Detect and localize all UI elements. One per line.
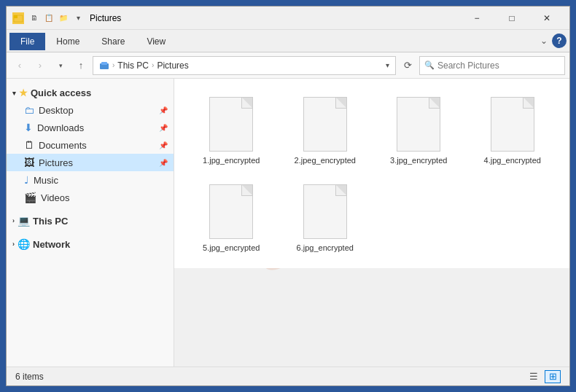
path-dropdown[interactable]: ▾ [386,61,389,69]
path-pictures[interactable]: Pictures [157,60,188,71]
star-icon: ★ [19,87,28,98]
doc-shape-f6 [303,184,347,239]
qs-btn-2[interactable]: 📋 [43,12,55,24]
filespace-wrapper: JSRLON 1.jpg_encrypted 2.jpeg_encrypted … [174,79,569,366]
this-pc-icon [99,60,109,71]
svg-rect-1 [14,15,17,18]
videos-icon: 🎬 [24,192,36,203]
file-label-f3: 3.jpg_encrypted [390,156,447,165]
tab-home[interactable]: Home [45,33,90,50]
sidebar-section-quick-access: ▾ ★ Quick access 🗀 Desktop 📌 ⬇ Downloads… [7,82,174,209]
back-button[interactable]: ‹ [11,57,28,74]
address-path[interactable]: › This PC › Pictures ▾ [93,56,396,75]
large-icon-view-button[interactable]: ⊞ [545,370,561,383]
file-icon-f4 [486,95,539,153]
network-label: Network [33,239,70,250]
qs-dropdown[interactable]: ▾ [72,12,84,24]
expand-icon: ▾ [12,90,16,97]
ribbon-collapse[interactable]: ⌄ [540,36,548,46]
network-icon: 🌐 [17,238,30,250]
sidebar-header-this-pc[interactable]: › 💻 This PC [7,212,174,230]
desktop-folder-icon: 🗀 [24,104,34,116]
downloads-folder-icon: ⬇ [24,122,33,133]
file-label-f5: 5.jpg_encrypted [203,243,260,252]
svg-rect-3 [101,62,107,65]
maximize-button[interactable]: □ [495,7,529,30]
desktop-label: Desktop [39,105,74,116]
files-grid: 1.jpg_encrypted 2.jpeg_encrypted 3.jpg_e… [182,86,562,261]
file-item-f5[interactable]: 5.jpg_encrypted [187,179,276,255]
ribbon-right: ⌄ ? [540,34,567,48]
sidebar-section-this-pc: › 💻 This PC [7,209,174,232]
documents-label: Documents [39,140,87,151]
ribbon: File Home Share View ⌄ ? [7,30,569,52]
path-this-pc[interactable]: This PC [117,60,149,71]
window-title: Pictures [90,13,460,23]
file-item-f2[interactable]: 2.jpeg_encrypted [281,92,370,168]
window-icon [12,12,24,24]
tab-view[interactable]: View [136,33,176,50]
file-item-f6[interactable]: 6.jpg_encrypted [281,179,370,255]
path-sep-1: › [112,61,114,69]
sidebar-header-network[interactable]: › 🌐 Network [7,235,174,253]
file-icon-f5 [205,182,257,240]
pin-icon-downloads: 📌 [159,124,168,132]
pin-icon-documents: 📌 [159,141,168,149]
expand-icon-network: › [12,240,15,248]
sidebar-item-desktop[interactable]: 🗀 Desktop 📌 [7,101,174,119]
minimize-button[interactable]: − [460,7,494,30]
sidebar-item-videos[interactable]: 🎬 Videos [7,189,174,206]
up-button[interactable]: ↑ [72,57,90,74]
pin-icon-desktop: 📌 [159,106,168,114]
pictures-folder-icon: 🖼 [24,157,34,168]
qs-btn-1[interactable]: 🗎 [28,12,40,24]
recent-button[interactable]: ▾ [52,57,69,74]
pc-icon: 💻 [17,215,30,227]
count-number: 6 [15,372,20,382]
downloads-label: Downloads [37,122,84,133]
file-item-f4[interactable]: 4.jpg_encrypted [469,92,557,168]
file-icon-f6 [299,182,351,240]
addressbar: ‹ › ▾ ↑ › This PC › Pictures ▾ ⟳ 🔍 [7,52,569,79]
sidebar-section-network: › 🌐 Network [7,232,174,256]
file-label-f6: 6.jpg_encrypted [297,243,354,252]
statusbar: 6 items ☰ ⊞ [7,366,569,385]
file-item-f1[interactable]: 1.jpg_encrypted [187,92,276,168]
doc-shape-f4 [491,97,534,152]
tab-share[interactable]: Share [90,33,136,50]
close-button[interactable]: ✕ [530,7,564,30]
help-button[interactable]: ? [552,34,567,48]
list-view-button[interactable]: ☰ [526,370,542,383]
quick-access-toolbar: 🗎 📋 📁 ▾ [28,12,84,24]
music-label: Music [34,175,58,186]
search-box[interactable]: 🔍 [419,56,565,75]
tab-file[interactable]: File [9,33,45,50]
file-label-f4: 4.jpg_encrypted [484,156,541,165]
path-sep-2: › [152,61,154,69]
file-item-f3[interactable]: 3.jpg_encrypted [375,92,463,168]
items-label: items [23,372,44,382]
file-icon-f1 [205,95,257,153]
sidebar-item-music[interactable]: ♩ Music [7,171,174,189]
sidebar-header-quick-access[interactable]: ▾ ★ Quick access [7,85,174,101]
file-label-f2: 2.jpeg_encrypted [295,156,356,165]
refresh-button[interactable]: ⟳ [399,57,416,74]
this-pc-label: This PC [33,216,68,227]
forward-button[interactable]: › [31,57,49,74]
qs-btn-3[interactable]: 📁 [58,12,69,24]
documents-folder-icon: 🗒 [24,139,34,151]
sidebar-item-documents[interactable]: 🗒 Documents 📌 [7,136,174,154]
search-icon: 🔍 [424,60,435,70]
file-icon-f3 [392,95,445,153]
search-input[interactable] [437,60,560,71]
file-icon-f2 [299,95,351,153]
explorer-window: 🗎 📋 📁 ▾ Pictures − □ ✕ File Home Share V… [6,6,570,386]
ribbon-tabs: File Home Share View ⌄ ? [7,30,569,52]
doc-shape-f3 [397,97,440,152]
item-count: 6 items [15,372,44,382]
doc-shape-f5 [209,184,253,239]
videos-label: Videos [41,192,70,203]
sidebar-item-downloads[interactable]: ⬇ Downloads 📌 [7,119,174,136]
filespace: 1.jpg_encrypted 2.jpeg_encrypted 3.jpg_e… [174,79,569,268]
sidebar-item-pictures[interactable]: 🖼 Pictures 📌 [7,154,174,171]
